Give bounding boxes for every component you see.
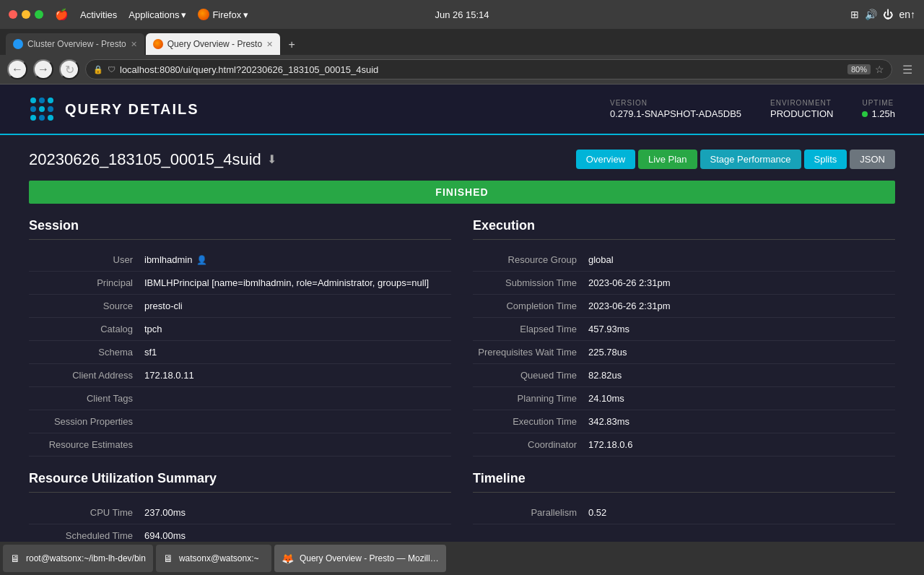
execution-time-value: 342.83ms: [588, 416, 895, 427]
stage-performance-tab-btn[interactable]: Stage Performance: [700, 150, 801, 169]
environment-value: PRODUCTION: [770, 108, 833, 119]
resource-group-value: global: [588, 254, 895, 265]
queued-time-label: Queued Time: [473, 370, 588, 381]
client-tags-row: Client Tags: [29, 387, 451, 410]
resource-utilization-title: Resource Utilization Summary: [29, 471, 451, 493]
firefox-menu[interactable]: Firefox ▾: [212, 9, 248, 20]
source-value: presto-cli: [144, 301, 451, 311]
activities-menu[interactable]: Activities: [80, 9, 117, 20]
queued-time-value: 82.82us: [588, 370, 895, 381]
firefox-taskbar-icon: 🦊: [282, 553, 294, 564]
cpu-time-label: CPU Time: [29, 507, 144, 518]
system-tray: ⊞ 🔊 ⏻ en↑: [850, 9, 915, 20]
taskbar-item-firefox[interactable]: 🦊 Query Overview - Presto — Mozill…: [274, 545, 446, 572]
volume-icon: 🔊: [865, 9, 877, 20]
resource-group-label: Resource Group: [473, 254, 588, 265]
uptime-meta: UPTIME 1.25h: [862, 99, 895, 119]
overview-tab-btn[interactable]: Overview: [576, 150, 635, 169]
resource-utilization-section: Resource Utilization Summary CPU Time 23…: [29, 471, 451, 542]
status-bar: FINISHED: [29, 181, 895, 204]
resource-group-row: Resource Group global: [473, 248, 895, 272]
environment-label: ENVIRONMENT: [770, 99, 833, 107]
presto-logo-icon: [29, 96, 55, 122]
submission-time-row: Submission Time 2023-06-26 2:31pm: [473, 272, 895, 295]
planning-time-row: Planning Time 24.10ms: [473, 387, 895, 410]
forward-button[interactable]: →: [33, 59, 53, 79]
language-indicator[interactable]: en↑: [899, 9, 915, 20]
taskbar-item-terminal-1[interactable]: 🖥 root@watsonx:~/ibm-lh-dev/bin: [3, 545, 153, 572]
principal-value: IBMLHPrincipal [name=ibmlhadmin, role=Ad…: [144, 277, 451, 288]
execution-time-row: Execution Time 342.83ms: [473, 410, 895, 433]
timeline-section: Timeline Parallelism 0.52: [473, 471, 895, 542]
elapsed-time-row: Elapsed Time 457.93ms: [473, 318, 895, 341]
elapsed-time-value: 457.93ms: [588, 324, 895, 334]
network-icon: ⊞: [850, 9, 859, 20]
main-content: QUERY DETAILS VERSION 0.279.1-SNAPSHOT-A…: [0, 85, 924, 542]
tab-label-cluster: Cluster Overview - Presto: [27, 39, 126, 49]
new-tab-button[interactable]: +: [282, 35, 302, 55]
schema-row: Schema sf1: [29, 341, 451, 364]
splits-tab-btn[interactable]: Splits: [804, 150, 847, 169]
nav-bar: ← → ↻ 🔒 🛡 localhost:8080/ui/query.html?2…: [0, 55, 924, 84]
prerequisites-wait-row: Prerequisites Wait Time 225.78us: [473, 341, 895, 364]
bottom-grid: Resource Utilization Summary CPU Time 23…: [29, 471, 895, 542]
source-row: Source presto-cli: [29, 295, 451, 318]
taskbar-item-terminal-2[interactable]: 🖥 watsonx@watsonx:~: [156, 545, 271, 572]
presto-meta: VERSION 0.279.1-SNAPSHOT-ADA5DB5 ENVIRON…: [610, 99, 895, 119]
tab-query-overview[interactable]: Query Overview - Presto ✕: [146, 33, 280, 55]
session-table: User ibmlhadmin 👤 Principal IBMLHPrincip…: [29, 248, 451, 457]
terminal-icon-1: 🖥: [10, 553, 20, 564]
svg-point-6: [30, 115, 36, 121]
taskbar-label-3: Query Overview - Presto — Mozill…: [300, 553, 439, 563]
copy-icon[interactable]: ⬇: [267, 152, 276, 166]
maximize-traffic-light[interactable]: [35, 10, 43, 19]
session-section: Session User ibmlhadmin 👤 Principal IBML…: [29, 218, 451, 457]
json-tab-btn[interactable]: JSON: [850, 150, 895, 169]
execution-title: Execution: [473, 218, 895, 240]
minimize-traffic-light[interactable]: [22, 10, 30, 19]
session-properties-row: Session Properties: [29, 410, 451, 433]
page-title: QUERY DETAILS: [65, 101, 199, 118]
schema-label: Schema: [29, 347, 144, 358]
taskbar-label-1: root@watsonx:~/ibm-lh-dev/bin: [26, 553, 146, 563]
bookmark-icon[interactable]: ☆: [875, 64, 884, 75]
submission-time-label: Submission Time: [473, 277, 588, 288]
svg-point-8: [48, 115, 53, 121]
version-meta: VERSION 0.279.1-SNAPSHOT-ADA5DB5: [610, 99, 741, 119]
tab-bar: Cluster Overview - Presto ✕ Query Overvi…: [0, 29, 924, 55]
scheduled-time-label: Scheduled Time: [29, 530, 144, 541]
taskbar: 🖥 root@watsonx:~/ibm-lh-dev/bin 🖥 watson…: [0, 542, 924, 575]
presto-header: QUERY DETAILS VERSION 0.279.1-SNAPSHOT-A…: [0, 85, 924, 135]
catalog-row: Catalog tpch: [29, 318, 451, 341]
address-bar[interactable]: 🔒 🛡 localhost:8080/ui/query.html?2023062…: [85, 59, 892, 79]
user-profile-icon[interactable]: 👤: [196, 255, 207, 265]
back-button[interactable]: ←: [7, 59, 27, 79]
execution-time-label: Execution Time: [473, 416, 588, 427]
svg-point-0: [30, 98, 36, 103]
timeline-table: Parallelism 0.52: [473, 501, 895, 524]
applications-menu[interactable]: Applications ▾: [128, 9, 186, 20]
tab-cluster-overview[interactable]: Cluster Overview - Presto ✕: [6, 33, 144, 55]
environment-meta: ENVIRONMENT PRODUCTION: [770, 99, 833, 119]
tab-close-cluster[interactable]: ✕: [131, 40, 137, 49]
reload-button[interactable]: ↻: [59, 59, 79, 79]
menu-button[interactable]: ☰: [898, 63, 917, 77]
uptime-label: UPTIME: [862, 99, 895, 107]
resource-estimates-row: Resource Estimates: [29, 433, 451, 457]
zoom-level: 80%: [847, 64, 871, 74]
parallelism-value: 0.52: [588, 507, 895, 518]
client-tags-label: Client Tags: [29, 393, 144, 404]
svg-point-5: [48, 106, 53, 112]
close-traffic-light[interactable]: [9, 10, 17, 19]
execution-table: Resource Group global Submission Time 20…: [473, 248, 895, 457]
svg-point-2: [48, 98, 53, 103]
prerequisites-wait-value: 225.78us: [588, 347, 895, 358]
query-id: 20230626_183105_00015_4suid ⬇: [29, 150, 276, 169]
tab-favicon-query: [153, 39, 163, 49]
live-plan-tab-btn[interactable]: Live Plan: [638, 150, 697, 169]
tab-close-query[interactable]: ✕: [266, 40, 273, 49]
taskbar-label-2: watsonx@watsonx:~: [179, 553, 259, 563]
execution-section: Execution Resource Group global Submissi…: [473, 218, 895, 457]
principal-row: Principal IBMLHPrincipal [name=ibmlhadmi…: [29, 272, 451, 295]
scheduled-time-value: 694.00ms: [144, 530, 451, 541]
